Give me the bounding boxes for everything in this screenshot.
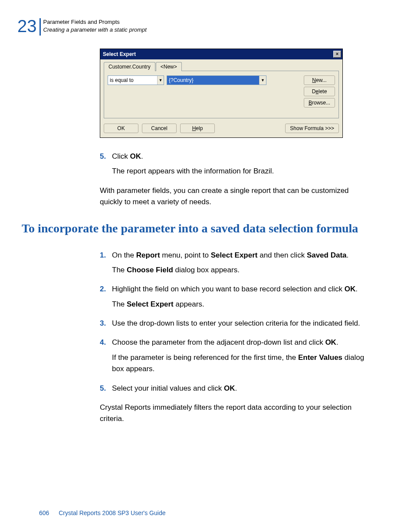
step-5b: 5. Select your initial values and click … [100, 383, 371, 394]
ok-button[interactable]: OK [104, 124, 138, 133]
step-number: 1. [100, 250, 108, 261]
step-2-result: The Select Expert appears. [112, 299, 371, 310]
content-area: 5. Click OK. The report appears with the… [100, 151, 371, 208]
header-text: Parameter Fields and Prompts Creating a … [43, 17, 147, 34]
step-2: 2. Highlight the field on which you want… [100, 284, 371, 295]
dialog-screenshot: Select Expert × Customer.Country <New> ▼… [100, 49, 384, 138]
new-button[interactable]: New... [304, 75, 335, 85]
step-text: Choose the parameter from the adjacent d… [112, 337, 338, 348]
chevron-down-icon[interactable]: ▼ [157, 76, 164, 85]
show-formula-button[interactable]: Show Formula >>> [285, 124, 339, 133]
select-expert-dialog: Select Expert × Customer.Country <New> ▼… [100, 49, 343, 138]
step-number: 4. [100, 337, 108, 348]
step-number: 2. [100, 284, 108, 295]
step-number: 3. [100, 318, 108, 329]
tab-panel: ▼ ▼ New... Delete Browse... [104, 71, 339, 118]
delete-button[interactable]: Delete [304, 87, 335, 96]
page-number: 606 [39, 509, 49, 516]
section-heading: To incorporate the parameter into a save… [22, 221, 384, 236]
header-subtitle: Creating a parameter with a static promp… [43, 26, 147, 34]
operator-dropdown[interactable]: ▼ [108, 75, 164, 85]
step-number: 5. [100, 151, 108, 162]
side-buttons: New... Delete Browse... [304, 75, 335, 108]
step-text: Highlight the field on which you want to… [112, 284, 358, 295]
step-4-result: If the parameter is being referenced for… [112, 352, 371, 375]
step-text: On the Report menu, point to Select Expe… [112, 250, 348, 261]
cancel-button[interactable]: Cancel [142, 124, 177, 133]
page-footer: 606 Crystal Reports 2008 SP3 User's Guid… [39, 509, 165, 516]
chevron-down-icon[interactable]: ▼ [259, 76, 266, 85]
step-1-result: The Choose Field dialog box appears. [112, 264, 371, 276]
step-5: 5. Click OK. [100, 151, 371, 162]
bottom-left-buttons: OK Cancel Help [104, 124, 215, 133]
help-button[interactable]: Help [180, 124, 215, 133]
close-icon[interactable]: × [333, 51, 341, 58]
step-text: Click OK. [112, 151, 143, 162]
step-text: Select your initial values and click OK. [112, 383, 237, 394]
dialog-titlebar: Select Expert × [100, 49, 342, 59]
step-1: 1. On the Report menu, point to Select E… [100, 250, 371, 261]
step-5-result: The report appears with the information … [112, 166, 371, 177]
step-3: 3. Use the drop-down lists to enter your… [100, 318, 371, 329]
value-input[interactable] [167, 76, 259, 85]
tab-strip: Customer.Country <New> [104, 62, 339, 71]
value-dropdown[interactable]: ▼ [167, 75, 266, 85]
header-title: Parameter Fields and Prompts [43, 18, 147, 26]
dialog-title: Select Expert [103, 51, 136, 57]
step-text: Use the drop-down lists to enter your se… [112, 318, 360, 329]
page-header: 23 Parameter Fields and Prompts Creating… [17, 17, 384, 36]
tab-customer-country[interactable]: Customer.Country [104, 62, 155, 71]
final-paragraph: Crystal Reports immediately filters the … [100, 402, 371, 425]
operator-value[interactable] [108, 76, 157, 85]
step-4: 4. Choose the parameter from the adjacen… [100, 337, 371, 348]
dialog-bottom-row: OK Cancel Help Show Formula >>> [104, 124, 339, 133]
chapter-number: 23 [17, 17, 37, 35]
browse-button[interactable]: Browse... [304, 98, 335, 108]
steps-content: 1. On the Report menu, point to Select E… [100, 250, 371, 425]
guide-name: Crystal Reports 2008 SP3 User's Guide [59, 509, 165, 516]
step-number: 5. [100, 383, 108, 394]
chapter-divider [39, 18, 41, 36]
paragraph: With parameter fields, you can create a … [100, 185, 371, 208]
dialog-body: Customer.Country <New> ▼ ▼ New... Delete… [100, 59, 342, 137]
tab-new[interactable]: <New> [156, 62, 182, 71]
